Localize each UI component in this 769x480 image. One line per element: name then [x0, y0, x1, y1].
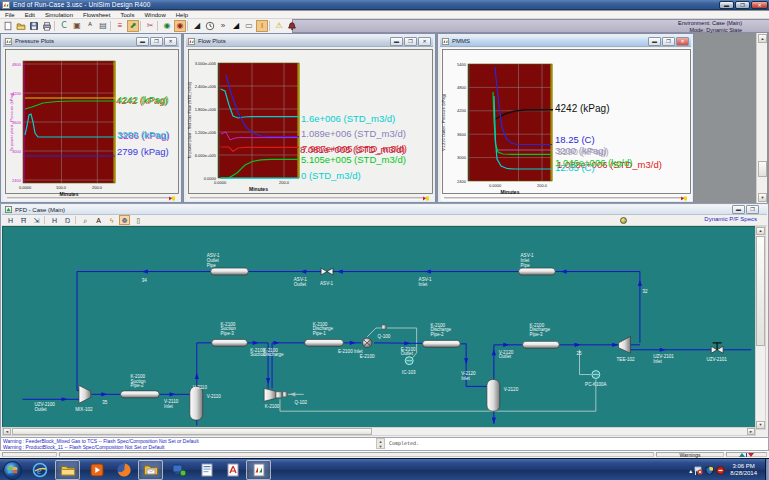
plot-minimize-button[interactable]: ▬	[648, 37, 661, 46]
print-icon[interactable]	[41, 20, 53, 32]
pfd-label-q-100[interactable]: Q-100	[378, 334, 391, 339]
blank-box-icon[interactable]: ▭	[243, 20, 255, 32]
pfd-horizontal-scrollbar[interactable]: ◄ ►	[2, 427, 756, 436]
pfd-label-e-2100[interactable]: E-2100	[360, 354, 375, 359]
scroll-up-triangle-icon[interactable]	[739, 453, 745, 457]
k2100-discharge-pipe1[interactable]	[305, 339, 344, 346]
taskbar-clock[interactable]: 3:06 PM 8/28/2014	[730, 463, 757, 477]
k2100-suction-pipe3[interactable]	[212, 339, 248, 346]
tray-audio-icon[interactable]	[716, 466, 725, 475]
taskbar-unisim-icon[interactable]	[246, 460, 271, 480]
pfd-scroll-up-button[interactable]: ▲	[756, 227, 765, 235]
k2100-discharge-pipe2[interactable]	[423, 340, 461, 347]
tray-shield-icon[interactable]	[705, 466, 714, 475]
app-maximize-button[interactable]: ❐	[735, 1, 750, 9]
pfd-label-q-102[interactable]: Q-102	[294, 400, 307, 405]
start-button[interactable]	[3, 461, 22, 480]
pfd-label-tee-102[interactable]: TEE-102	[617, 357, 635, 362]
v2110-vessel[interactable]	[190, 386, 203, 420]
pfd-attach-icon[interactable]: H	[5, 215, 16, 225]
taskbar-ie-icon[interactable]: e	[27, 460, 52, 480]
plot-window-titlebar[interactable]: Flow Plots▬❐✕	[186, 36, 433, 47]
pfd-break2-icon[interactable]: Ŋ	[62, 215, 73, 225]
dynamics-assistant-icon[interactable]	[286, 20, 298, 32]
app-close-button[interactable]: ✕	[751, 1, 768, 9]
menu-tools[interactable]: Tools	[115, 12, 139, 18]
q102-energy-box[interactable]	[283, 392, 287, 397]
pfd-label-pc-k100a[interactable]: PC-K100A	[585, 382, 607, 387]
tee102-icon[interactable]	[619, 336, 631, 353]
taskbar-firefox-icon[interactable]	[111, 460, 136, 480]
pfd-minimize-button[interactable]: ▬	[732, 205, 745, 214]
pfd-label-asv-1[interactable]: ASV-1InletPipe	[521, 253, 534, 267]
pfd-label-v-2120[interactable]: V-2120	[504, 387, 519, 392]
annotation-2-3[interactable]: 3200 (kPag)	[555, 145, 607, 156]
taskbar-editor-icon[interactable]	[194, 460, 219, 480]
asv1-outlet-pipe[interactable]	[211, 268, 249, 275]
plot-maximize-button[interactable]: ❐	[662, 37, 675, 46]
pfd-label-k-2100[interactable]: K-2100	[265, 404, 280, 409]
pfd-label-v-2120[interactable]: V-2120Outlet	[499, 350, 514, 360]
stream-line-4[interactable]	[197, 343, 212, 387]
plot-close-button[interactable]: ✕	[164, 37, 177, 46]
solver-run-icon[interactable]: ◢	[230, 20, 242, 32]
pfd-label-uzv-2101[interactable]: UZV-2101	[706, 357, 727, 362]
plot-maximize-button[interactable]: ❐	[150, 37, 163, 46]
mdi-scroll-up-button[interactable]: ▲	[758, 34, 767, 43]
pfd-cursor-icon[interactable]: ☸	[119, 215, 130, 225]
green-eye-icon[interactable]: ◉	[161, 20, 173, 32]
pfd-scroll-right-button[interactable]: ►	[747, 428, 755, 435]
taskbar-devices-icon[interactable]	[166, 460, 191, 480]
asv1-icon[interactable]	[321, 268, 333, 275]
step-icon[interactable]: »	[217, 20, 229, 32]
pfd-attach2-icon[interactable]: Ħ	[18, 215, 29, 225]
pfd-label-asv-1[interactable]: ASV-1Outlet	[294, 277, 307, 287]
menu-window[interactable]: Window	[139, 12, 170, 18]
mdi-scroll-down-button[interactable]: ▼	[758, 193, 767, 202]
save-case-icon[interactable]	[28, 20, 40, 32]
strip-chart-1[interactable]: 3.000e+0062.400e+0061.800e+0061.200e+006…	[184, 34, 437, 204]
k2100-discharge-pipe3[interactable]	[523, 341, 560, 348]
menu-simulation[interactable]: Simulation	[40, 12, 78, 18]
pfd-label-asv-1[interactable]: ASV-1OutletPipe	[207, 253, 220, 267]
basis-environment-icon[interactable]: Ⅽ	[58, 20, 70, 32]
pfd-label-k-2100[interactable]: K-2100Discharge	[263, 348, 284, 358]
workbook-icon[interactable]: ▤	[97, 20, 109, 32]
plot-area[interactable]	[468, 64, 552, 181]
new-case-icon[interactable]	[2, 20, 14, 32]
signal-line-4[interactable]	[280, 379, 596, 411]
plot-maximize-button[interactable]: ❐	[404, 37, 417, 46]
pfd-vertical-scrollbar[interactable]: ▲ ▼	[755, 226, 766, 430]
plot-window-titlebar[interactable]: PMMS▬❐✕	[440, 36, 691, 47]
annotation-0-3[interactable]: 3200 (kPag)	[117, 129, 169, 140]
pfd-label-k-2100[interactable]: K-2100SuctionPipe-3	[221, 322, 237, 336]
pfd-label-uzv-2101[interactable]: UZV-2101Inlet	[653, 354, 674, 364]
pfd-hscroll-thumb[interactable]	[12, 428, 372, 435]
plot-close-button[interactable]: ✕	[418, 37, 431, 46]
annotation-0-4[interactable]: 2799 (kPag)	[117, 146, 169, 157]
taskbar-explorer-icon[interactable]	[55, 460, 80, 480]
app-minimize-button[interactable]: ▬	[719, 1, 734, 9]
find-icon[interactable]: ᴬ	[84, 20, 96, 32]
integrator-clock-icon[interactable]	[204, 20, 216, 32]
pfd-titlebar[interactable]: PFD - Case (Main) ▬ ❐	[2, 205, 767, 215]
q100-energy-box[interactable]	[382, 325, 386, 329]
annotation-2-1[interactable]: 18.25 (C)	[555, 134, 595, 145]
red-eye-icon[interactable]: ◉	[174, 20, 186, 32]
plot-minimize-button[interactable]: ▬	[136, 37, 149, 46]
pfd-label-k-2100[interactable]: K-2100DischargePipe-2	[430, 323, 451, 337]
pfd-label-e-2100[interactable]: E-2100Outlet	[401, 347, 416, 357]
k2100-drive-box[interactable]	[276, 392, 282, 398]
k2100-icon[interactable]	[264, 388, 276, 401]
dynamic-pf-specs-button[interactable]: Dynamic P/F Specs	[704, 216, 757, 222]
strip-chart-0[interactable]: 480042003600300024000.0000100.0200.0To p…	[1, 34, 183, 204]
pfd-text-icon[interactable]: A	[93, 215, 104, 225]
pfd-swap-icon[interactable]: ⇲	[31, 215, 42, 225]
pfd-restore-button[interactable]: ❐	[746, 205, 759, 214]
pfd-label-34[interactable]: 34	[142, 278, 148, 283]
pfd-label-k-2100[interactable]: K-2100SuctionPipe-2	[130, 374, 146, 388]
mdi-vertical-scrollbar[interactable]: ▲▼	[756, 33, 767, 203]
pfd-label-asv-1[interactable]: ASV-1Inlet	[419, 277, 432, 287]
annotation-1-5[interactable]: 0 (STD_m3/d)	[301, 170, 361, 181]
plot-window-titlebar[interactable]: Pressure Plots▬❐✕	[3, 36, 179, 47]
